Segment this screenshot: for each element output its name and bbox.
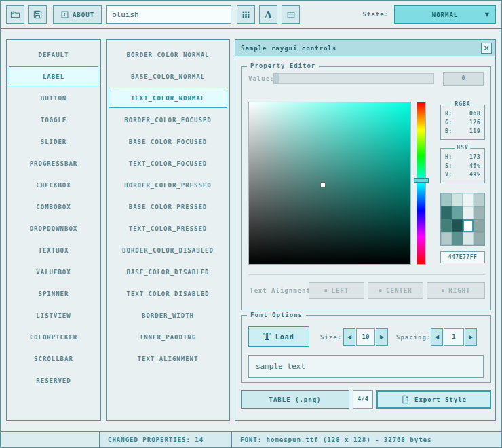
export-style-button[interactable]: Export Style bbox=[376, 390, 491, 409]
state-dropdown[interactable]: NORMAL ▼ bbox=[394, 5, 496, 24]
rgba-group-label: RGBA bbox=[452, 101, 472, 107]
about-button[interactable]: ABOUT bbox=[53, 5, 102, 24]
property-item-text-alignment[interactable]: TEXT_ALIGNMENT bbox=[109, 348, 227, 369]
property-item-border-color-focused[interactable]: BORDER_COLOR_FOCUSED bbox=[109, 109, 227, 130]
window-frame-button[interactable] bbox=[282, 5, 300, 24]
property-item-text-color-focused[interactable]: TEXT_COLOR_FOCUSED bbox=[109, 153, 227, 173]
control-item-scrollbar[interactable]: SCROLLBAR bbox=[9, 348, 98, 369]
control-item-spinner[interactable]: SPINNER bbox=[9, 283, 98, 303]
align-center-label: CENTER bbox=[386, 287, 412, 294]
property-item-border-color-normal[interactable]: BORDER_COLOR_NORMAL bbox=[109, 44, 227, 64]
color-swatch[interactable] bbox=[441, 219, 452, 232]
table-pages-box[interactable]: 4/4 bbox=[353, 390, 373, 409]
spacing-decrement-button[interactable]: ◀ bbox=[431, 328, 443, 346]
close-button[interactable]: × bbox=[481, 43, 492, 54]
sample-text-box[interactable]: sample text bbox=[248, 355, 484, 378]
spacing-label: Spacing: bbox=[396, 334, 431, 341]
save-style-button[interactable] bbox=[28, 5, 47, 24]
property-item-text-color-pressed[interactable]: TEXT_COLOR_PRESSED bbox=[109, 218, 227, 238]
hue-slider-handle[interactable] bbox=[414, 178, 429, 183]
property-item-base-color-normal[interactable]: BASE_COLOR_NORMAL bbox=[109, 66, 227, 86]
color-swatch[interactable] bbox=[474, 193, 484, 206]
align-center-button[interactable]: ▪ CENTER bbox=[368, 282, 423, 299]
size-increment-button[interactable]: ▶ bbox=[376, 328, 388, 346]
control-item-reserved[interactable]: RESERVED bbox=[9, 370, 98, 390]
control-item-dropdownbox[interactable]: DROPDOWNBOX bbox=[9, 218, 98, 238]
font-load-button[interactable]: T Load bbox=[248, 326, 309, 347]
value-slider[interactable] bbox=[273, 73, 434, 84]
hue-bar[interactable] bbox=[417, 102, 426, 265]
font-a-icon: A bbox=[265, 10, 272, 20]
control-item-checkbox[interactable]: CHECKBOX bbox=[9, 174, 98, 195]
window-frame-icon bbox=[286, 10, 296, 20]
align-right-button[interactable]: ▪ RIGHT bbox=[427, 282, 485, 299]
spacing-increment-button[interactable]: ▶ bbox=[465, 328, 477, 346]
color-swatch[interactable] bbox=[452, 193, 463, 206]
export-table-button[interactable]: TABLE (.png) bbox=[241, 390, 349, 409]
hsv-s-row: S: 46% bbox=[441, 162, 484, 170]
value-box[interactable]: 0 bbox=[443, 72, 484, 86]
spacing-value-box[interactable]: 1 bbox=[444, 328, 464, 346]
font-options-group: Font Options T Load Size: ◀ 10 ▶ Spacing… bbox=[241, 315, 491, 383]
property-item-inner-padding[interactable]: INNER_PADDING bbox=[109, 326, 227, 347]
property-item-border-width[interactable]: BORDER_WIDTH bbox=[109, 305, 227, 325]
value-slider-handle[interactable] bbox=[274, 74, 279, 83]
color-swatch[interactable] bbox=[441, 232, 452, 245]
control-item-button[interactable]: BUTTON bbox=[9, 88, 98, 108]
align-left-label: LEFT bbox=[332, 287, 349, 294]
property-item-text-color-disabled[interactable]: TEXT_COLOR_DISABLED bbox=[109, 283, 227, 303]
r-label: R: bbox=[445, 109, 452, 118]
control-item-textbox[interactable]: TEXTBOX bbox=[9, 240, 98, 260]
control-item-slider[interactable]: SLIDER bbox=[9, 131, 98, 151]
color-swatch[interactable] bbox=[463, 232, 474, 245]
sample-panel-titlebar[interactable]: Sample raygui controls × bbox=[235, 40, 495, 56]
style-table-button[interactable] bbox=[237, 5, 255, 24]
property-item-base-color-focused[interactable]: BASE_COLOR_FOCUSED bbox=[109, 131, 227, 151]
color-swatch[interactable] bbox=[474, 206, 484, 219]
control-item-default[interactable]: DEFAULT bbox=[9, 44, 98, 64]
hex-value-box[interactable]: 447E77FF bbox=[440, 251, 485, 263]
sample-controls-panel: Sample raygui controls × Property Editor… bbox=[235, 39, 496, 421]
open-style-button[interactable] bbox=[6, 5, 24, 24]
color-swatch[interactable] bbox=[452, 232, 463, 245]
property-item-text-color-normal-selected[interactable]: TEXT_COLOR_NORMAL bbox=[109, 88, 227, 108]
color-swatch[interactable] bbox=[452, 206, 463, 219]
color-swatch-selected[interactable] bbox=[463, 219, 474, 232]
color-swatch[interactable] bbox=[441, 206, 452, 219]
align-left-button[interactable]: ▪ LEFT bbox=[309, 282, 364, 299]
size-label: Size: bbox=[320, 334, 342, 341]
color-swatch[interactable] bbox=[474, 232, 484, 245]
control-item-progressbar[interactable]: PROGRESSBAR bbox=[9, 153, 98, 173]
control-item-colorpicker[interactable]: COLORPICKER bbox=[9, 326, 98, 347]
color-swatch[interactable] bbox=[463, 193, 474, 206]
control-item-label-selected[interactable]: LABEL bbox=[9, 66, 98, 86]
control-item-combobox[interactable]: COMBOBOX bbox=[9, 196, 98, 217]
control-item-toggle[interactable]: TOGGLE bbox=[9, 109, 98, 130]
s-label: S: bbox=[445, 162, 452, 170]
color-swatch[interactable] bbox=[474, 219, 484, 232]
statusbar-section-empty bbox=[1, 431, 100, 448]
font-atlas-button[interactable]: A bbox=[259, 5, 277, 24]
style-name-input[interactable] bbox=[106, 5, 231, 24]
control-item-listview[interactable]: LISTVIEW bbox=[9, 305, 98, 325]
arrow-left-icon: ◀ bbox=[435, 334, 439, 340]
info-icon bbox=[60, 10, 69, 19]
color-swatch[interactable] bbox=[452, 219, 463, 232]
open-folder-icon bbox=[10, 10, 20, 20]
property-item-border-color-disabled[interactable]: BORDER_COLOR_DISABLED bbox=[109, 240, 227, 260]
color-picker-area[interactable] bbox=[248, 102, 411, 265]
size-decrement-button[interactable]: ◀ bbox=[343, 328, 355, 346]
property-item-base-color-disabled[interactable]: BASE_COLOR_DISABLED bbox=[109, 261, 227, 282]
control-item-valuebox[interactable]: VALUEBOX bbox=[9, 261, 98, 282]
toolbar: ABOUT A State: NORMAL ▼ bbox=[1, 1, 502, 29]
g-label: G: bbox=[445, 118, 452, 127]
statusbar-changed-properties: CHANGED PROPERTIES: 14 bbox=[99, 431, 232, 448]
b-label: B: bbox=[445, 127, 452, 136]
property-item-border-color-pressed[interactable]: BORDER_COLOR_PRESSED bbox=[109, 174, 227, 195]
property-item-base-color-pressed[interactable]: BASE_COLOR_PRESSED bbox=[109, 196, 227, 217]
color-swatch[interactable] bbox=[441, 193, 452, 206]
size-value-box[interactable]: 10 bbox=[356, 328, 375, 346]
color-swatch[interactable] bbox=[463, 206, 474, 219]
rgba-group: RGBA R: 068 G: 126 B: 119 bbox=[440, 105, 485, 140]
color-picker-cursor bbox=[320, 182, 326, 187]
